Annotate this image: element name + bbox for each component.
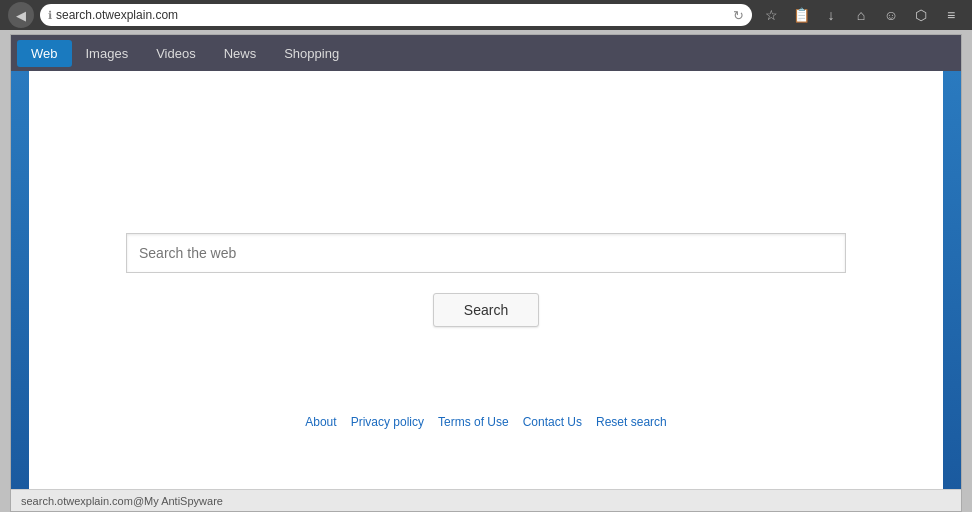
footer-links: About Privacy policy Terms of Use Contac… <box>305 415 666 429</box>
address-bar[interactable]: ℹ search.otwexplain.com ↻ <box>40 4 752 26</box>
footer-link-contact[interactable]: Contact Us <box>523 415 582 429</box>
menu-icon[interactable]: ≡ <box>938 2 964 28</box>
nav-tab-images[interactable]: Images <box>72 40 143 67</box>
nav-tab-videos[interactable]: Videos <box>142 40 210 67</box>
url-text: search.otwexplain.com <box>56 8 729 22</box>
bookmark-icon[interactable]: 📋 <box>788 2 814 28</box>
footer-link-privacy[interactable]: Privacy policy <box>351 415 424 429</box>
status-text: search.otwexplain.com@My AntiSpyware <box>21 495 223 507</box>
browser-frame: ◀ ℹ search.otwexplain.com ↻ ☆ 📋 ↓ ⌂ ☺ ⬡ … <box>0 0 972 512</box>
back-button[interactable]: ◀ <box>8 2 34 28</box>
footer-link-terms[interactable]: Terms of Use <box>438 415 509 429</box>
status-bar: search.otwexplain.com@My AntiSpyware <box>11 489 961 511</box>
search-button[interactable]: Search <box>433 293 539 327</box>
info-icon: ℹ <box>48 9 52 22</box>
footer-link-about[interactable]: About <box>305 415 336 429</box>
search-input[interactable] <box>126 233 846 273</box>
download-icon[interactable]: ↓ <box>818 2 844 28</box>
search-area: Search <box>126 233 846 327</box>
nav-tab-shopping[interactable]: Shopping <box>270 40 353 67</box>
footer-link-reset[interactable]: Reset search <box>596 415 667 429</box>
toolbar-right: ☆ 📋 ↓ ⌂ ☺ ⬡ ≡ <box>758 2 964 28</box>
page-nav: Web Images Videos News Shopping <box>11 35 961 71</box>
pocket-icon[interactable]: ⬡ <box>908 2 934 28</box>
nav-tab-news[interactable]: News <box>210 40 271 67</box>
face-icon[interactable]: ☺ <box>878 2 904 28</box>
star-icon[interactable]: ☆ <box>758 2 784 28</box>
browser-window: Web Images Videos News Shopping Search A… <box>10 34 962 512</box>
home-icon[interactable]: ⌂ <box>848 2 874 28</box>
title-bar: ◀ ℹ search.otwexplain.com ↻ ☆ 📋 ↓ ⌂ ☺ ⬡ … <box>0 0 972 30</box>
page-content: Search About Privacy policy Terms of Use… <box>11 71 961 489</box>
nav-tab-web[interactable]: Web <box>17 40 72 67</box>
reload-button[interactable]: ↻ <box>733 8 744 23</box>
